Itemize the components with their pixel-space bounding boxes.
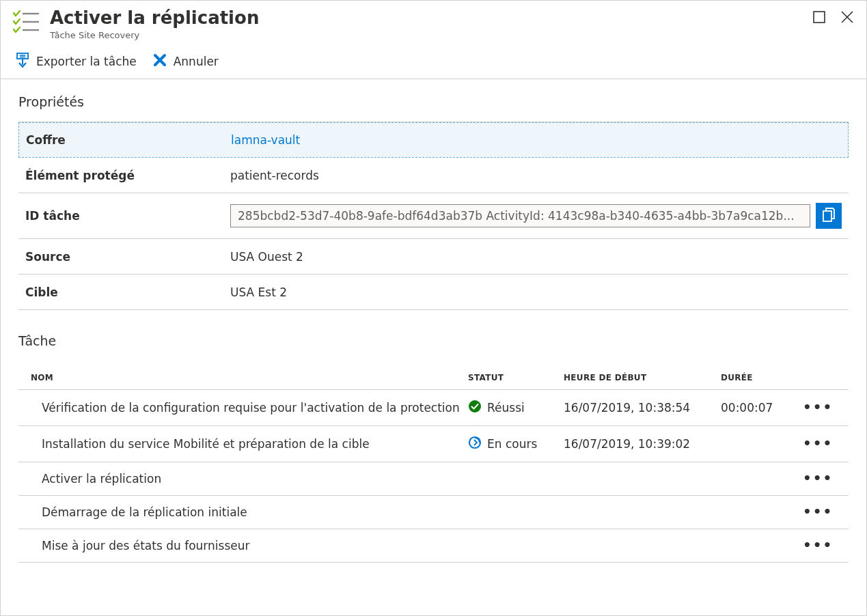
property-label: ID tâche: [25, 209, 230, 223]
task-name: Démarrage de la réplication initiale: [31, 505, 468, 519]
export-task-button[interactable]: Exporter la tâche: [16, 53, 137, 70]
page-title: Activer la réplication: [50, 8, 813, 29]
table-row[interactable]: Mise à jour des états du fournisseur•••: [18, 529, 849, 563]
property-value: USA Ouest 2: [230, 250, 842, 264]
property-label: Cible: [25, 285, 230, 299]
properties-table: Coffre lamna-vault Élément protégé patie…: [18, 122, 849, 310]
cancel-label: Annuler: [174, 55, 219, 68]
table-row[interactable]: Démarrage de la réplication initiale•••: [18, 495, 849, 529]
export-task-label: Exporter la tâche: [36, 55, 137, 68]
task-status: Réussi: [487, 401, 525, 415]
task-duration: 00:00:07: [721, 401, 803, 415]
more-actions-button[interactable]: •••: [803, 435, 833, 451]
column-header-duration[interactable]: DURÉE: [721, 373, 803, 382]
property-value: USA Est 2: [230, 285, 842, 299]
more-actions-button[interactable]: •••: [803, 399, 833, 415]
status-progress-icon: [468, 436, 482, 452]
task-id-field[interactable]: 285bcbd2-53d7-40b8-9afe-bdf64d3ab37b Act…: [230, 204, 810, 227]
task-table-header: NOM STATUT HEURE DE DÉBUT DURÉE: [18, 361, 849, 389]
property-label: Élément protégé: [25, 169, 230, 182]
more-actions-button[interactable]: •••: [803, 537, 833, 553]
more-actions-button[interactable]: •••: [803, 503, 833, 520]
property-value: patient-records: [230, 169, 842, 182]
property-label: Source: [25, 250, 230, 264]
table-row[interactable]: Activer la réplication•••: [18, 462, 849, 495]
copy-icon: [822, 208, 836, 225]
task-name: Mise à jour des états du fournisseur: [31, 539, 468, 552]
property-row-target: Cible USA Est 2: [18, 275, 849, 310]
status-success-icon: [468, 400, 482, 416]
task-name: Installation du service Mobilité et prép…: [31, 437, 468, 451]
close-button[interactable]: [840, 10, 854, 26]
task-status: En cours: [487, 437, 537, 451]
table-row[interactable]: Installation du service Mobilité et prép…: [18, 425, 849, 462]
properties-heading: Propriétés: [18, 94, 849, 109]
task-start-time: 16/07/2019, 10:39:02: [564, 437, 721, 451]
toolbar: Exporter la tâche Annuler: [1, 46, 866, 79]
export-icon: [16, 53, 29, 70]
task-name: Vérification de la configuration requise…: [31, 401, 468, 415]
maximize-button[interactable]: [813, 11, 825, 25]
property-label: Coffre: [26, 133, 231, 147]
task-heading: Tâche: [18, 333, 849, 348]
table-row[interactable]: Vérification de la configuration requise…: [18, 389, 849, 425]
property-value-link[interactable]: lamna-vault: [231, 133, 841, 147]
page-header: Activer la réplication Tâche Site Recove…: [1, 1, 866, 46]
task-start-time: 16/07/2019, 10:38:54: [564, 401, 721, 415]
svg-point-13: [469, 400, 481, 412]
copy-button[interactable]: [816, 203, 842, 229]
property-row-task-id: ID tâche 285bcbd2-53d7-40b8-9afe-bdf64d3…: [18, 193, 849, 239]
column-header-status[interactable]: STATUT: [468, 373, 564, 382]
svg-rect-3: [814, 12, 825, 23]
page-subtitle: Tâche Site Recovery: [50, 30, 813, 40]
column-header-name[interactable]: NOM: [31, 373, 468, 382]
property-row-source: Source USA Ouest 2: [18, 239, 849, 275]
more-actions-button[interactable]: •••: [803, 470, 833, 486]
task-list-icon: [13, 10, 40, 36]
column-header-start[interactable]: HEURE DE DÉBUT: [564, 373, 721, 382]
property-row-vault[interactable]: Coffre lamna-vault: [18, 122, 849, 158]
cancel-button[interactable]: Annuler: [153, 53, 219, 70]
task-name: Activer la réplication: [31, 472, 468, 486]
svg-rect-12: [823, 211, 831, 221]
property-row-protected-item: Élément protégé patient-records: [18, 158, 849, 193]
svg-rect-6: [17, 53, 28, 59]
cancel-icon: [153, 53, 167, 70]
